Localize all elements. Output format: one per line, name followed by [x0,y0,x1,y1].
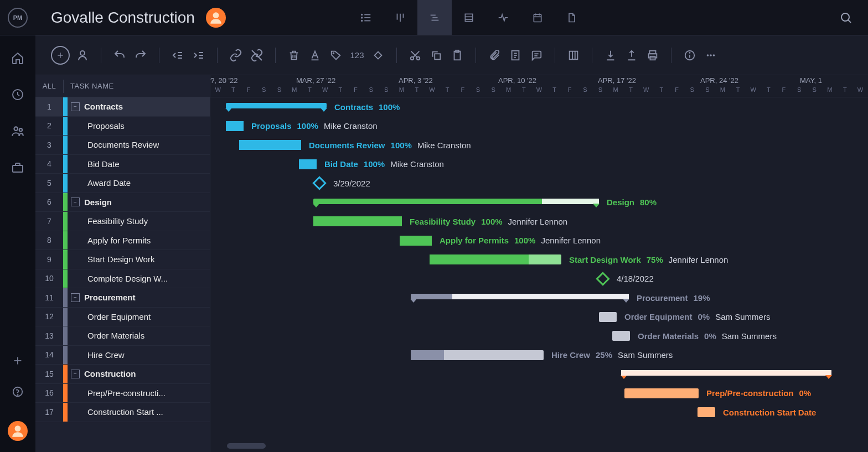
outdent-icon[interactable] [169,47,186,64]
task-bar[interactable] [299,159,317,169]
day-label: T [516,86,532,93]
collapse-icon[interactable]: − [71,198,80,206]
app-logo[interactable]: PM [0,0,35,35]
summary-bar[interactable] [411,294,629,299]
indent-icon[interactable] [190,47,207,64]
milestone-icon[interactable] [596,272,609,285]
attach-icon[interactable] [486,47,503,64]
text-style-icon[interactable] [307,47,323,64]
info-icon[interactable] [681,47,698,64]
import-icon[interactable] [602,47,619,64]
day-label: W [317,86,333,93]
copy-icon[interactable] [428,47,445,64]
column-all[interactable]: ALL [35,82,63,90]
nav-home-icon[interactable] [11,51,25,65]
collapse-icon[interactable]: − [71,370,80,378]
main-content: 123 ALL [35,35,868,452]
nav-portfolio-icon[interactable] [11,160,25,175]
task-row[interactable]: 1−Contracts [35,97,210,117]
view-file-icon[interactable] [555,0,589,35]
summary-bar[interactable] [313,199,599,204]
task-row[interactable]: 14Hire Crew [35,346,210,365]
notes-icon[interactable] [507,47,524,64]
task-row[interactable]: 3Documents Review [35,136,210,155]
summary-bar[interactable] [621,370,831,376]
nav-help-icon[interactable] [11,385,25,399]
columns-icon[interactable] [565,47,582,64]
task-bar[interactable] [313,216,402,226]
link-icon[interactable] [228,47,244,64]
print-icon[interactable] [644,47,661,64]
comment-icon[interactable] [528,47,545,64]
add-task-icon[interactable] [51,46,70,65]
task-bar[interactable] [599,312,617,322]
view-activity-icon[interactable] [486,0,520,35]
summary-bar[interactable] [226,103,327,108]
progress-fill [400,236,432,246]
row-color-bar [63,97,68,116]
task-row[interactable]: 4Bid Date [35,155,210,174]
delete-icon[interactable] [286,47,302,64]
row-number: 10 [35,274,63,283]
numbering-icon[interactable]: 123 [349,47,365,64]
task-row[interactable]: 9Start Design Work [35,250,210,269]
unlink-icon[interactable] [249,47,265,64]
nav-recent-icon[interactable] [11,87,25,102]
view-gantt-icon[interactable] [417,0,452,35]
task-bar[interactable] [624,388,699,398]
task-row[interactable]: 15−Construction [35,365,210,384]
paste-icon[interactable] [449,47,466,64]
task-row[interactable]: 13Order Materials [35,326,210,346]
task-row[interactable]: 17Construction Start ... [35,403,210,422]
task-bar[interactable] [411,350,544,360]
view-calendar-icon[interactable] [520,0,555,35]
search-icon[interactable] [835,7,857,29]
horizontal-scrollbar[interactable] [227,443,266,449]
task-name: Construction [80,369,136,378]
row-number: 12 [35,312,63,321]
user-avatar[interactable] [8,421,28,441]
svg-rect-25 [13,165,23,172]
collapse-icon[interactable]: − [71,293,80,302]
more-icon[interactable] [702,47,719,64]
milestone-icon[interactable] [312,176,326,190]
task-bar[interactable] [430,254,561,264]
row-color-bar [63,174,68,193]
cut-icon[interactable] [407,47,423,64]
task-name: Complete Design W... [83,274,168,283]
row-number: 5 [35,179,63,188]
task-bar[interactable] [226,121,244,131]
task-row[interactable]: 10Complete Design W... [35,269,210,289]
view-board-icon[interactable] [383,0,417,35]
task-bar[interactable] [612,331,630,341]
task-bar[interactable] [698,407,715,417]
tags-icon[interactable] [328,47,344,64]
undo-icon[interactable] [111,47,128,64]
collapse-icon[interactable]: − [71,102,80,111]
milestone-icon[interactable] [370,47,386,64]
task-bar[interactable] [239,140,301,150]
gantt-row: 4/18/2022 [210,269,868,289]
task-row[interactable]: 11−Procurement [35,288,210,308]
gantt-chart[interactable]: ?, 20 '22MAR, 27 '22APR, 3 '22APR, 10 '2… [210,75,868,452]
nav-add-icon[interactable] [11,354,25,368]
task-row[interactable]: 16Prep/Pre-constructi... [35,384,210,403]
view-list-icon[interactable] [349,0,383,35]
export-icon[interactable] [623,47,640,64]
nav-team-icon[interactable] [11,124,25,138]
task-row[interactable]: 12Order Equipment [35,308,210,327]
day-label: T [333,86,348,93]
task-name: Procurement [80,293,136,302]
view-sheet-icon[interactable] [452,0,486,35]
assign-icon[interactable] [74,47,91,64]
task-row[interactable]: 2Proposals [35,117,210,136]
task-row[interactable]: 5Award Date [35,174,210,193]
task-bar[interactable] [400,236,432,246]
project-avatar[interactable] [206,8,226,28]
task-row[interactable]: 8Apply for Permits [35,231,210,251]
column-task-name[interactable]: TASK NAME [64,82,114,90]
svg-point-0 [213,12,219,18]
redo-icon[interactable] [132,47,149,64]
task-row[interactable]: 7Feasibility Study [35,212,210,231]
task-row[interactable]: 6−Design [35,193,210,212]
